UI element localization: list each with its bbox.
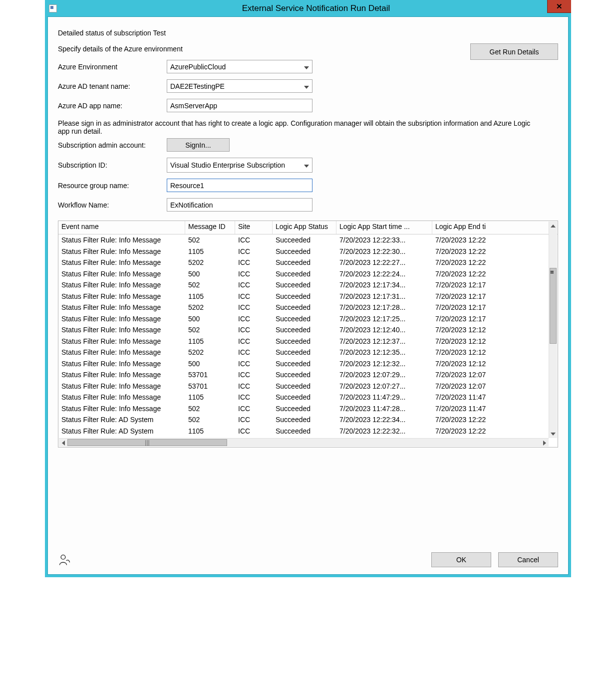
table-row[interactable]: Status Filter Rule: Info Message500ICCSu… [58, 358, 558, 370]
app-name-input[interactable] [167, 99, 312, 112]
cell-event-name: Status Filter Rule: Info Message [58, 358, 185, 370]
cell-status: Succeeded [273, 279, 336, 291]
table-row[interactable]: Status Filter Rule: Info Message5202ICCS… [58, 347, 558, 358]
table-row[interactable]: Status Filter Rule: Info Message53701ICC… [58, 369, 558, 381]
table-row[interactable]: Status Filter Rule: Info Message5202ICCS… [58, 257, 558, 268]
chevron-down-icon [304, 161, 309, 169]
cell-start-time: 7/20/2023 12:22:27... [336, 257, 432, 268]
cell-event-name: Status Filter Rule: Info Message [58, 234, 185, 246]
cell-message-id: 502 [185, 234, 235, 246]
cell-start-time: 7/20/2023 11:47:28... [336, 403, 432, 415]
cell-message-id: 502 [185, 403, 235, 415]
table-row[interactable]: Status Filter Rule: Info Message1105ICCS… [58, 336, 558, 347]
cell-status: Succeeded [273, 257, 336, 268]
get-run-details-button[interactable]: Get Run Details [470, 43, 558, 60]
azure-env-value: AzurePublicCloud [170, 63, 226, 71]
cell-site: ICC [235, 392, 273, 403]
subscription-id-combo[interactable]: Visual Studio Enterprise Subscription [167, 158, 312, 173]
cell-site: ICC [235, 358, 273, 370]
table-row[interactable]: Status Filter Rule: Info Message1105ICCS… [58, 246, 558, 257]
table-row[interactable]: Status Filter Rule: Info Message5202ICCS… [58, 302, 558, 313]
table-row[interactable]: Status Filter Rule: Info Message502ICCSu… [58, 234, 558, 246]
cell-status: Succeeded [273, 369, 336, 381]
cell-start-time: 7/20/2023 12:17:28... [336, 302, 432, 313]
subscription-id-label: Subscription ID: [58, 161, 167, 169]
col-event-name[interactable]: Event name [58, 221, 185, 234]
cell-message-id: 1105 [185, 392, 235, 403]
person-icon [58, 553, 72, 567]
tenant-combo[interactable]: DAE2ETestingPE [167, 79, 312, 93]
table-row[interactable]: Status Filter Rule: Info Message502ICCSu… [58, 324, 558, 336]
col-start-time[interactable]: Logic App Start time ... [336, 221, 432, 234]
cell-start-time: 7/20/2023 12:12:32... [336, 358, 432, 370]
cell-status: Succeeded [273, 302, 336, 313]
dialog-footer: OK Cancel [58, 552, 558, 567]
azure-env-combo[interactable]: AzurePublicCloud [167, 60, 312, 73]
table-row[interactable]: Status Filter Rule: AD System502ICCSucce… [58, 414, 558, 426]
vscroll-track[interactable]: ≡ [549, 230, 557, 430]
scroll-up-icon[interactable] [549, 222, 557, 230]
window-frame: External Service Notification Run Detail… [45, 0, 571, 577]
cancel-button[interactable]: Cancel [498, 552, 558, 567]
cell-start-time: 7/20/2023 12:12:37... [336, 336, 432, 347]
cell-status: Succeeded [273, 268, 336, 280]
instruction-text: Please sign in as administrator account … [58, 119, 537, 135]
cell-event-name: Status Filter Rule: Info Message [58, 369, 185, 381]
cell-end-time: 7/20/2023 12:07 [432, 369, 501, 381]
table-row[interactable]: Status Filter Rule: Info Message500ICCSu… [58, 313, 558, 325]
cell-status: Succeeded [273, 347, 336, 358]
scroll-down-icon[interactable] [549, 430, 557, 438]
vscroll-thumb[interactable]: ≡ [550, 268, 557, 344]
workflow-name-input[interactable] [167, 198, 312, 212]
cell-end-time: 7/20/2023 11:47 [432, 403, 501, 415]
cell-message-id: 1105 [185, 336, 235, 347]
cell-message-id: 5202 [185, 257, 235, 268]
table-row[interactable]: Status Filter Rule: Info Message502ICCSu… [58, 403, 558, 415]
cell-start-time: 7/20/2023 12:12:35... [336, 347, 432, 358]
table-row[interactable]: Status Filter Rule: AD System1105ICCSucc… [58, 426, 558, 437]
col-site[interactable]: Site [235, 221, 273, 234]
table-row[interactable]: Status Filter Rule: Info Message1105ICCS… [58, 291, 558, 302]
scroll-left-icon[interactable] [59, 439, 67, 447]
scroll-right-icon[interactable] [540, 439, 549, 447]
vertical-scrollbar[interactable]: ≡ [549, 222, 557, 438]
table-row[interactable]: Status Filter Rule: Info Message53701ICC… [58, 381, 558, 392]
cell-event-name: Status Filter Rule: Info Message [58, 268, 185, 280]
col-message-id[interactable]: Message ID [185, 221, 235, 234]
cell-status: Succeeded [273, 324, 336, 336]
cell-status: Succeeded [273, 246, 336, 257]
close-button[interactable]: ✕ [547, 0, 571, 13]
cell-status: Succeeded [273, 381, 336, 392]
cell-end-time: 7/20/2023 12:17 [432, 302, 501, 313]
cell-end-time: 7/20/2023 12:22 [432, 426, 501, 437]
tenant-label: Azure AD tenant name: [58, 82, 167, 90]
cell-event-name: Status Filter Rule: AD System [58, 414, 185, 426]
cell-message-id: 1105 [185, 426, 235, 437]
table-row[interactable]: Status Filter Rule: Info Message500ICCSu… [58, 268, 558, 280]
cell-status: Succeeded [273, 414, 336, 426]
cell-message-id: 53701 [185, 369, 235, 381]
azure-env-label: Azure Environment [58, 63, 167, 71]
cell-start-time: 7/20/2023 12:22:30... [336, 246, 432, 257]
cell-start-time: 7/20/2023 12:22:34... [336, 414, 432, 426]
hscroll-track[interactable]: ||| [67, 439, 540, 447]
horizontal-scrollbar[interactable]: ||| [59, 438, 549, 447]
signin-button[interactable]: SignIn... [167, 138, 230, 152]
chevron-down-icon [304, 63, 309, 71]
cell-start-time: 7/20/2023 12:12:40... [336, 324, 432, 336]
cell-site: ICC [235, 279, 273, 291]
table-row[interactable]: Status Filter Rule: Info Message502ICCSu… [58, 279, 558, 291]
cell-status: Succeeded [273, 392, 336, 403]
ok-button[interactable]: OK [431, 552, 491, 567]
cell-site: ICC [235, 347, 273, 358]
hscroll-thumb[interactable]: ||| [67, 439, 227, 446]
cell-end-time: 7/20/2023 12:22 [432, 234, 501, 246]
cell-end-time: 7/20/2023 12:12 [432, 324, 501, 336]
cell-message-id: 5202 [185, 302, 235, 313]
col-end-time[interactable]: Logic App End ti [432, 221, 501, 234]
resource-group-input[interactable] [167, 179, 312, 192]
col-status[interactable]: Logic App Status [273, 221, 336, 234]
close-icon: ✕ [556, 2, 563, 11]
table-row[interactable]: Status Filter Rule: Info Message1105ICCS… [58, 392, 558, 403]
cell-message-id: 500 [185, 358, 235, 370]
